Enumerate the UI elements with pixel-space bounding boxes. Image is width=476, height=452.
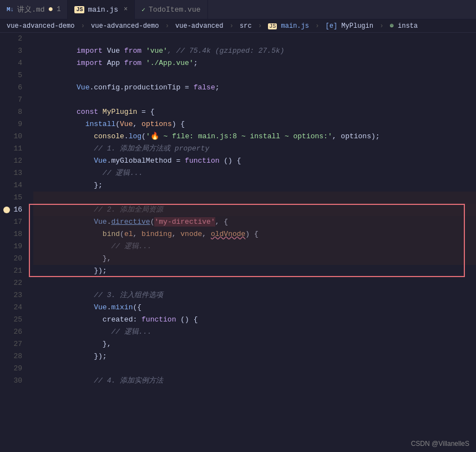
ln-18: 18 xyxy=(2,228,22,240)
tab-number: 1 xyxy=(57,6,60,13)
code-line-23: Vue.mixin({ xyxy=(33,289,476,302)
tab-label-jiangyi: 讲义.md xyxy=(17,4,44,14)
code-line-13: }; xyxy=(33,167,476,179)
ln-7: 7 xyxy=(2,94,22,106)
modified-dot: ● xyxy=(48,5,54,14)
bc-sep-3: › xyxy=(230,22,234,30)
bc-2[interactable]: vue-advanced-demo xyxy=(91,22,159,30)
tab-label-main-js: main.js xyxy=(88,6,118,14)
breakpoint-indicator xyxy=(3,207,10,213)
bc-sep-6: › xyxy=(379,22,383,30)
bc-sep-2: › xyxy=(165,22,169,30)
ln-17: 17 xyxy=(2,216,22,228)
code-line-16: Vue.directive('my-directive', { xyxy=(33,204,476,216)
tab-todoitem-vue[interactable]: ✓ TodoItem.vue xyxy=(135,0,207,19)
ln-14: 14 xyxy=(2,179,22,192)
bc-sep-5: › xyxy=(315,22,319,30)
ln-20: 20 xyxy=(2,253,22,265)
code-line-10: // 1. 添加全局方法或 property xyxy=(33,130,476,143)
code-line-3: import App from './App.vue'; xyxy=(33,45,476,57)
tab-jiangyi-md[interactable]: M↓ 讲义.md ● 1 xyxy=(0,0,68,19)
code-line-21 xyxy=(33,265,476,277)
line-numbers: 2 3 4 5 6 7 8 9 10 11 12 13 14 15 16 17 … xyxy=(2,33,29,451)
bc-1[interactable]: vue-advanced-demo xyxy=(7,22,74,30)
bc-6[interactable]: [e] MyPlugin xyxy=(326,22,378,30)
tab-main-js[interactable]: JS main.js × xyxy=(68,0,135,19)
vue-icon: ✓ xyxy=(141,6,145,13)
code-line-25: // 逻辑... xyxy=(33,314,476,326)
ln-3: 3 xyxy=(2,45,22,57)
breadcrumb: vue-advanced-demo › vue-advanced-demo › … xyxy=(0,19,476,33)
ln-27: 27 xyxy=(2,338,22,350)
code-lines: import Vue from 'vue', // 75.4k (gzipped… xyxy=(29,33,476,387)
code-line-20: }); xyxy=(33,253,476,265)
ln-15: 15 xyxy=(2,192,22,204)
bc-3[interactable]: vue-advanced xyxy=(175,22,223,30)
tab-bar: M↓ 讲义.md ● 1 JS main.js × ✓ TodoItem.vue xyxy=(0,0,476,19)
ln-24: 24 xyxy=(2,302,22,314)
ln-11: 11 xyxy=(2,143,22,155)
ln-29: 29 xyxy=(2,363,22,375)
code-line-6 xyxy=(33,82,476,94)
code-line-17: bind(el, binding, vnode, oldVnode) { xyxy=(33,216,476,228)
ln-5: 5 xyxy=(2,69,22,82)
code-line-15: // 2. 添加全局资源 xyxy=(33,192,476,204)
ln-30: 30 xyxy=(2,375,22,387)
code-line-27: }); xyxy=(33,338,476,350)
code-line-4 xyxy=(33,57,476,69)
ln-26: 26 xyxy=(2,326,22,338)
code-line-8: install(Vue, options) { xyxy=(33,106,476,118)
code-line-19: }, xyxy=(33,240,476,253)
ln-23: 23 xyxy=(2,289,22,302)
ln-12: 12 xyxy=(2,155,22,167)
code-line-26: }, xyxy=(33,326,476,338)
code-editor[interactable]: import Vue from 'vue', // 75.4k (gzipped… xyxy=(29,33,476,451)
tab-close-main-js[interactable]: × xyxy=(124,6,128,13)
ln-4: 4 xyxy=(2,57,22,69)
ln-6: 6 xyxy=(2,82,22,94)
bc-sep-4: › xyxy=(258,22,262,30)
code-line-18: // 逻辑... xyxy=(33,228,476,240)
ln-9: 9 xyxy=(2,118,22,130)
js-icon: JS xyxy=(74,6,84,13)
watermark: CSDN @VillanelleS xyxy=(411,440,469,448)
bc-5[interactable]: JS main.js xyxy=(268,22,313,30)
code-line-28 xyxy=(33,350,476,363)
code-line-30: Vue.prototype.$myMethod = function (meth… xyxy=(33,375,476,387)
ln-13: 13 xyxy=(2,167,22,179)
ln-2: 2 xyxy=(2,33,22,45)
ln-19: 19 xyxy=(2,240,22,253)
code-line-14 xyxy=(33,179,476,192)
ln-10: 10 xyxy=(2,130,22,143)
code-line-2: import Vue from 'vue', // 75.4k (gzipped… xyxy=(33,33,476,45)
bc-4[interactable]: src xyxy=(240,22,252,30)
ln-22: 22 xyxy=(2,277,22,289)
ln-25: 25 xyxy=(2,314,22,326)
editor-area: 2 3 4 5 6 7 8 9 10 11 12 13 14 15 16 17 … xyxy=(0,33,476,451)
ln-28: 28 xyxy=(2,350,22,363)
code-line-7: const MyPlugin = { xyxy=(33,94,476,106)
tab-label-todoitem: TodoItem.vue xyxy=(149,6,201,14)
code-line-24: created: function () { xyxy=(33,302,476,314)
code-line-11: Vue.myGlobalMethod = function () { xyxy=(33,143,476,155)
md-icon: M↓ xyxy=(7,6,14,13)
bc-7[interactable]: ⊕ insta xyxy=(390,22,418,30)
code-line-29: // 4. 添加实例方法 xyxy=(33,363,476,375)
ln-21: 21 xyxy=(2,265,22,277)
code-line-5: Vue.config.productionTip = false; xyxy=(33,69,476,82)
bc-sep-1: › xyxy=(81,22,85,30)
ln-8: 8 xyxy=(2,106,22,118)
code-line-9: console.log('🔥 ~ file: main.js:8 ~ insta… xyxy=(33,118,476,130)
code-line-22: // 3. 注入组件选项 xyxy=(33,277,476,289)
code-line-12: // 逻辑... xyxy=(33,155,476,167)
ln-16: 16 xyxy=(2,204,22,216)
